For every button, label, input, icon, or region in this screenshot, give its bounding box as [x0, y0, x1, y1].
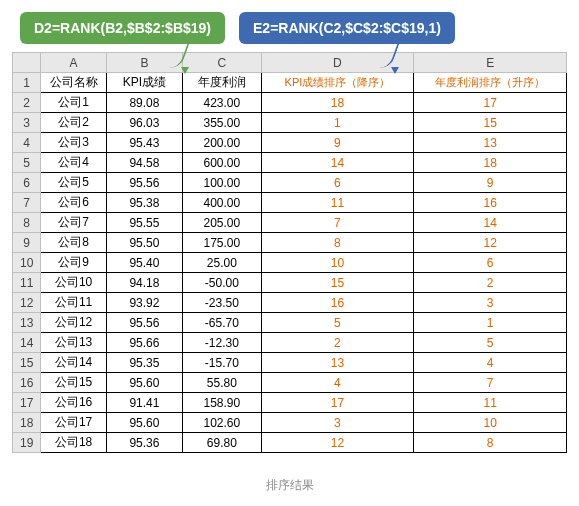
row-number[interactable]: 15 [13, 353, 41, 373]
cell-kpi[interactable]: 95.43 [106, 133, 182, 153]
cell-kpi-rank[interactable]: 14 [261, 153, 414, 173]
cell-kpi-rank[interactable]: 9 [261, 133, 414, 153]
cell-profit-rank[interactable]: 10 [414, 413, 567, 433]
header-profit-rank[interactable]: 年度利润排序（升序） [414, 73, 567, 93]
cell-profit[interactable]: -23.50 [183, 293, 262, 313]
cell-profit-rank[interactable]: 14 [414, 213, 567, 233]
cell-profit-rank[interactable]: 16 [414, 193, 567, 213]
cell-kpi-rank[interactable]: 16 [261, 293, 414, 313]
cell-kpi[interactable]: 89.08 [106, 93, 182, 113]
cell-kpi-rank[interactable]: 5 [261, 313, 414, 333]
cell-profit-rank[interactable]: 8 [414, 433, 567, 453]
cell-kpi[interactable]: 95.36 [106, 433, 182, 453]
cell-profit[interactable]: 100.00 [183, 173, 262, 193]
cell-profit[interactable]: 69.80 [183, 433, 262, 453]
cell-profit-rank[interactable]: 5 [414, 333, 567, 353]
header-profit[interactable]: 年度利润 [183, 73, 262, 93]
cell-kpi[interactable]: 94.18 [106, 273, 182, 293]
cell-company[interactable]: 公司12 [41, 313, 106, 333]
cell-profit-rank[interactable]: 12 [414, 233, 567, 253]
cell-kpi[interactable]: 95.35 [106, 353, 182, 373]
cell-profit[interactable]: -65.70 [183, 313, 262, 333]
row-number[interactable]: 2 [13, 93, 41, 113]
cell-profit[interactable]: 25.00 [183, 253, 262, 273]
row-number[interactable]: 18 [13, 413, 41, 433]
col-letter-c[interactable]: C [183, 53, 262, 73]
cell-kpi[interactable]: 95.55 [106, 213, 182, 233]
cell-company[interactable]: 公司8 [41, 233, 106, 253]
cell-kpi[interactable]: 95.56 [106, 173, 182, 193]
cell-kpi[interactable]: 95.56 [106, 313, 182, 333]
cell-company[interactable]: 公司14 [41, 353, 106, 373]
cell-company[interactable]: 公司7 [41, 213, 106, 233]
cell-kpi[interactable]: 95.60 [106, 413, 182, 433]
cell-company[interactable]: 公司17 [41, 413, 106, 433]
cell-profit-rank[interactable]: 7 [414, 373, 567, 393]
cell-profit-rank[interactable]: 1 [414, 313, 567, 333]
header-company[interactable]: 公司名称 [41, 73, 106, 93]
row-number[interactable]: 14 [13, 333, 41, 353]
cell-company[interactable]: 公司10 [41, 273, 106, 293]
corner-cell[interactable] [13, 53, 41, 73]
cell-kpi[interactable]: 94.58 [106, 153, 182, 173]
row-number-1[interactable]: 1 [13, 73, 41, 93]
cell-company[interactable]: 公司9 [41, 253, 106, 273]
row-number[interactable]: 4 [13, 133, 41, 153]
cell-profit[interactable]: 55.80 [183, 373, 262, 393]
row-number[interactable]: 11 [13, 273, 41, 293]
row-number[interactable]: 8 [13, 213, 41, 233]
cell-kpi[interactable]: 93.92 [106, 293, 182, 313]
cell-profit-rank[interactable]: 3 [414, 293, 567, 313]
row-number[interactable]: 7 [13, 193, 41, 213]
cell-kpi[interactable]: 95.50 [106, 233, 182, 253]
row-number[interactable]: 10 [13, 253, 41, 273]
cell-company[interactable]: 公司3 [41, 133, 106, 153]
cell-kpi-rank[interactable]: 7 [261, 213, 414, 233]
cell-kpi[interactable]: 95.40 [106, 253, 182, 273]
cell-kpi-rank[interactable]: 10 [261, 253, 414, 273]
cell-kpi[interactable]: 91.41 [106, 393, 182, 413]
row-number[interactable]: 17 [13, 393, 41, 413]
cell-profit-rank[interactable]: 9 [414, 173, 567, 193]
row-number[interactable]: 12 [13, 293, 41, 313]
cell-kpi-rank[interactable]: 6 [261, 173, 414, 193]
cell-profit-rank[interactable]: 4 [414, 353, 567, 373]
cell-kpi[interactable]: 95.66 [106, 333, 182, 353]
cell-company[interactable]: 公司11 [41, 293, 106, 313]
cell-company[interactable]: 公司13 [41, 333, 106, 353]
cell-kpi-rank[interactable]: 4 [261, 373, 414, 393]
row-number[interactable]: 6 [13, 173, 41, 193]
cell-company[interactable]: 公司16 [41, 393, 106, 413]
cell-kpi-rank[interactable]: 18 [261, 93, 414, 113]
cell-company[interactable]: 公司18 [41, 433, 106, 453]
cell-profit[interactable]: 205.00 [183, 213, 262, 233]
cell-kpi-rank[interactable]: 13 [261, 353, 414, 373]
row-number[interactable]: 13 [13, 313, 41, 333]
cell-profit[interactable]: 158.90 [183, 393, 262, 413]
cell-kpi-rank[interactable]: 1 [261, 113, 414, 133]
cell-profit[interactable]: 200.00 [183, 133, 262, 153]
cell-profit[interactable]: -15.70 [183, 353, 262, 373]
cell-profit[interactable]: -12.30 [183, 333, 262, 353]
cell-profit[interactable]: 600.00 [183, 153, 262, 173]
cell-profit-rank[interactable]: 18 [414, 153, 567, 173]
cell-profit-rank[interactable]: 11 [414, 393, 567, 413]
cell-kpi-rank[interactable]: 2 [261, 333, 414, 353]
cell-profit[interactable]: -50.00 [183, 273, 262, 293]
cell-profit[interactable]: 400.00 [183, 193, 262, 213]
cell-kpi[interactable]: 95.38 [106, 193, 182, 213]
row-number[interactable]: 3 [13, 113, 41, 133]
cell-profit-rank[interactable]: 17 [414, 93, 567, 113]
cell-profit[interactable]: 102.60 [183, 413, 262, 433]
cell-company[interactable]: 公司15 [41, 373, 106, 393]
cell-profit[interactable]: 355.00 [183, 113, 262, 133]
cell-kpi-rank[interactable]: 15 [261, 273, 414, 293]
cell-kpi-rank[interactable]: 8 [261, 233, 414, 253]
cell-profit[interactable]: 423.00 [183, 93, 262, 113]
cell-company[interactable]: 公司5 [41, 173, 106, 193]
cell-kpi-rank[interactable]: 11 [261, 193, 414, 213]
cell-profit-rank[interactable]: 15 [414, 113, 567, 133]
header-kpi-rank[interactable]: KPI成绩排序（降序） [261, 73, 414, 93]
row-number[interactable]: 19 [13, 433, 41, 453]
col-letter-e[interactable]: E [414, 53, 567, 73]
